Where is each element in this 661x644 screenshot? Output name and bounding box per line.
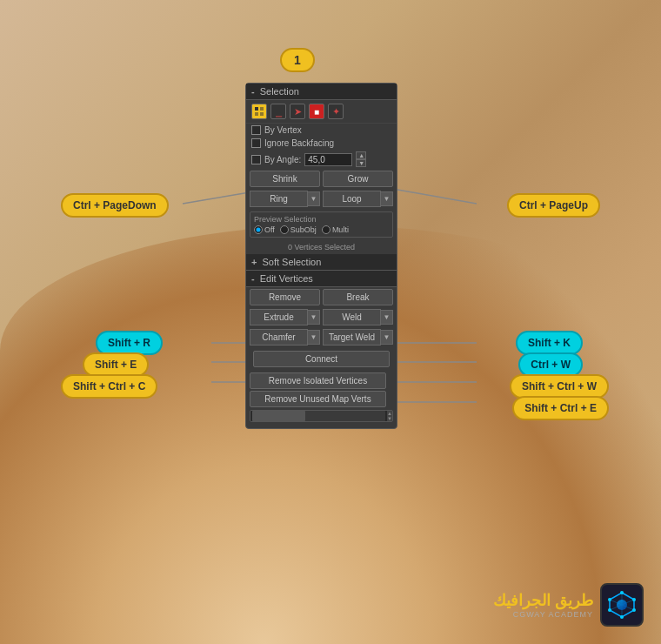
break-button[interactable]: Break [323, 289, 393, 305]
ring-group: Ring ▼ [250, 191, 320, 207]
ring-button[interactable]: Ring [250, 191, 308, 207]
chamfer-group: Chamfer ▼ [250, 329, 320, 345]
target-weld-arrow[interactable]: ▼ [381, 330, 393, 345]
extrude-arrow[interactable]: ▼ [308, 310, 320, 325]
connect-row: Connect [246, 347, 397, 371]
remove-break-row: Remove Break [246, 287, 397, 307]
multi-option[interactable]: Multi [322, 225, 349, 234]
logo-arabic: طريق الجرافيك [493, 591, 593, 610]
target-weld-button[interactable]: Target Weld [323, 329, 381, 345]
multi-radio[interactable] [322, 225, 330, 234]
selection-header: - Selection [246, 84, 397, 100]
edge-icon[interactable]: ⎯ [270, 104, 286, 119]
svg-line-1 [397, 190, 477, 204]
logo: طريق الجرافيك CGWAY ACADEMY [493, 583, 644, 627]
svg-point-15 [632, 598, 636, 601]
off-option[interactable]: Off [254, 225, 275, 234]
svg-rect-12 [260, 112, 264, 116]
ring-arrow[interactable]: ▼ [308, 191, 320, 206]
remove-isolated-button[interactable]: Remove Isolated Vertices [250, 372, 386, 389]
shift-r-shortcut: Shift + R [96, 331, 163, 355]
svg-rect-9 [255, 107, 258, 111]
remove-unused-row: Remove Unused Map Verts [246, 391, 397, 407]
logo-text: طريق الجرافيك CGWAY ACADEMY [493, 591, 593, 619]
off-radio[interactable] [254, 225, 263, 234]
extrude-button[interactable]: Extrude [250, 309, 308, 325]
shift-ctrl-w-shortcut: Shift + Ctrl + W [510, 374, 609, 399]
off-label: Off [264, 225, 275, 234]
remove-unused-button[interactable]: Remove Unused Map Verts [250, 391, 386, 407]
shift-k-shortcut: Shift + K [516, 331, 583, 355]
shrink-button[interactable]: Shrink [250, 171, 320, 187]
multi-label: Multi [332, 225, 349, 234]
connect-button[interactable]: Connect [253, 351, 390, 367]
angle-input[interactable] [304, 153, 352, 166]
ctrl-pagedown-shortcut: Ctrl + PageDown [61, 193, 169, 218]
shift-e-shortcut: Shift + E [83, 352, 149, 377]
by-angle-label: By Angle: [264, 155, 301, 164]
by-angle-checkbox[interactable] [251, 155, 261, 164]
weld-button[interactable]: Weld [323, 309, 381, 325]
ring-loop-row: Ring ▼ Loop ▼ [246, 189, 397, 209]
vertex-icon[interactable] [251, 104, 267, 119]
border-icon[interactable]: ➤ [290, 104, 305, 119]
svg-rect-10 [260, 107, 264, 111]
ignore-backfacing-label: Ignore Backfacing [264, 138, 334, 148]
spin-up[interactable]: ▲ [356, 151, 366, 159]
edit-collapse-icon[interactable]: - [251, 273, 255, 284]
preview-selection-section: Preview Selection Off SubObj Multi [250, 211, 393, 238]
shift-ctrl-c-shortcut: Shift + Ctrl + C [61, 374, 157, 399]
scroll-down[interactable]: ▼ [387, 416, 392, 421]
scroll-thumb[interactable] [252, 411, 305, 421]
subobj-radio[interactable] [280, 225, 289, 234]
svg-point-13 [617, 600, 627, 610]
by-vertex-row: By Vertex [246, 124, 397, 137]
subobj-label: SubObj [290, 225, 317, 234]
scroll-bar: ▲ ▼ [250, 410, 393, 422]
step-badge: 1 [280, 48, 315, 72]
main-panel: - Selection ⎯ ➤ ■ ✦ By Vertex Ignore Bac… [245, 83, 397, 429]
weld-group: Weld ▼ [323, 309, 393, 325]
weld-arrow[interactable]: ▼ [381, 310, 393, 325]
chamfer-arrow[interactable]: ▼ [308, 330, 320, 345]
ctrl-pageup-shortcut: Ctrl + PageUp [507, 193, 600, 218]
angle-spinner[interactable]: ▲ ▼ [356, 151, 366, 167]
loop-arrow[interactable]: ▼ [381, 191, 393, 206]
logo-icon [600, 583, 644, 627]
vertices-count: 0 Vertices Selected [246, 240, 397, 254]
soft-expand-icon[interactable]: + [251, 257, 257, 267]
scroll-arrows: ▲ ▼ [387, 411, 392, 421]
panel-bottom [246, 425, 397, 428]
subobj-option[interactable]: SubObj [280, 225, 317, 234]
preview-radio-row: Off SubObj Multi [254, 225, 389, 234]
element-icon[interactable]: ✦ [328, 104, 344, 119]
loop-button[interactable]: Loop [323, 191, 381, 207]
shift-ctrl-e-shortcut: Shift + Ctrl + E [512, 396, 609, 420]
svg-point-18 [608, 608, 611, 612]
ignore-backfacing-row: Ignore Backfacing [246, 137, 397, 150]
preview-label: Preview Selection [254, 215, 389, 224]
remove-button[interactable]: Remove [250, 289, 320, 305]
chamfer-button[interactable]: Chamfer [250, 329, 308, 345]
svg-rect-11 [255, 112, 258, 116]
extrude-weld-row: Extrude ▼ Weld ▼ [246, 307, 397, 327]
shrink-grow-row: Shrink Grow [246, 169, 397, 189]
logo-english: CGWAY ACADEMY [493, 610, 593, 619]
ignore-backfacing-checkbox[interactable] [251, 138, 261, 148]
collapse-icon[interactable]: - [251, 86, 255, 97]
svg-point-14 [620, 591, 624, 594]
poly-icon[interactable]: ■ [309, 104, 324, 119]
loop-group: Loop ▼ [323, 191, 393, 207]
selection-title: Selection [260, 86, 299, 97]
spin-down[interactable]: ▼ [356, 159, 366, 167]
icon-row: ⎯ ➤ ■ ✦ [246, 100, 397, 124]
svg-point-19 [608, 598, 611, 601]
svg-point-17 [620, 615, 624, 619]
ctrl-w-shortcut: Ctrl + W [518, 352, 583, 377]
svg-point-16 [632, 608, 636, 612]
grow-button[interactable]: Grow [323, 171, 393, 187]
by-vertex-checkbox[interactable] [251, 125, 261, 135]
logo-svg [606, 589, 638, 621]
remove-isolated-row: Remove Isolated Vertices [246, 372, 397, 389]
edit-vertices-title: Edit Vertices [260, 273, 313, 284]
